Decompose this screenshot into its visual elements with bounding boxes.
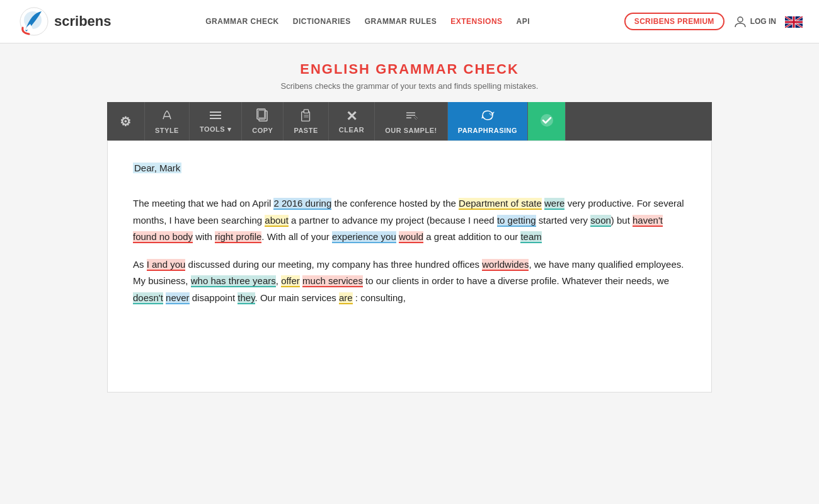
hl-who-has: who has three years <box>191 275 276 287</box>
paste-icon <box>300 108 312 124</box>
hl-never: never <box>166 292 190 304</box>
copy-icon <box>256 108 269 124</box>
hl-offer: offer <box>281 275 300 287</box>
paragraph-1: The meeting that we had on April 2 2016 … <box>133 195 686 245</box>
logo-text: scribens <box>54 13 112 30</box>
hl-to-getting: to getting <box>497 215 536 227</box>
nav-links: GRAMMAR CHECK DICTIONARIES GRAMMAR RULES… <box>130 17 605 26</box>
hl-doesnt: doesn't <box>133 292 163 304</box>
navbar: scribens GRAMMAR CHECK DICTIONARIES GRAM… <box>0 0 819 43</box>
hl-would: would <box>399 231 423 243</box>
user-icon <box>733 14 747 28</box>
paste-label: PASTE <box>294 127 318 134</box>
logo-icon <box>19 6 49 37</box>
hl-team: team <box>520 231 541 243</box>
copy-label: COPY <box>252 127 273 134</box>
hl-are: are <box>339 292 353 304</box>
style-label: STYLE <box>155 127 179 134</box>
salutation: Dear, Mark <box>133 160 686 176</box>
logo-link[interactable]: scribens <box>19 6 112 37</box>
clear-label: CLEAR <box>339 126 364 134</box>
clear-icon: ✕ <box>346 110 358 123</box>
toolbar-settings[interactable]: ⚙ <box>107 102 145 140</box>
dear-highlight: Dear, Mark <box>133 163 181 173</box>
tools-icon <box>209 110 222 123</box>
nav-grammar-rules[interactable]: GRAMMAR RULES <box>365 17 437 26</box>
nav-right: SCRIBENS PREMIUM LOG IN <box>624 13 800 30</box>
tools-label: TOOLS ▾ <box>200 125 231 134</box>
hl-about: about <box>265 215 289 227</box>
toolbar-copy[interactable]: COPY <box>242 102 284 140</box>
nav-extensions[interactable]: EXTENSIONS <box>450 17 502 26</box>
paraphrasing-icon <box>480 108 495 124</box>
sample-label: OUR SAMPLE! <box>385 127 437 134</box>
nav-dictionaries[interactable]: DICTIONARIES <box>293 17 351 26</box>
page-title: ENGLISH GRAMMAR CHECK <box>13 61 806 77</box>
flag-icon[interactable] <box>785 16 800 26</box>
hl-havent: haven't found no body <box>133 215 663 243</box>
page-subtitle: Scribens checks the grammar of your text… <box>13 81 806 91</box>
hl-worldwides: worldwides <box>482 259 529 271</box>
hl-much-services: much services <box>302 275 363 287</box>
editor[interactable]: Dear, Mark The meeting that we had on Ap… <box>107 140 712 392</box>
svg-rect-11 <box>304 110 308 113</box>
svg-point-2 <box>738 17 743 22</box>
toolbar: ⚙ STYLE TOOLS ▾ COPY <box>107 102 712 140</box>
toolbar-check[interactable] <box>528 102 566 140</box>
login-label: LOG IN <box>750 17 776 26</box>
hl-dept: Department of state <box>459 198 542 210</box>
toolbar-paste[interactable]: PASTE <box>284 102 328 140</box>
paragraph-2: As I and you discussed during our meetin… <box>133 256 686 306</box>
premium-button[interactable]: SCRIBENS PREMIUM <box>624 13 724 30</box>
title-prefix: ENGLISH <box>300 61 375 77</box>
hl-right-profile: right profile <box>215 231 261 243</box>
hl-i-and-you: I and you <box>147 259 186 271</box>
svg-rect-9 <box>258 110 265 118</box>
nav-api[interactable]: API <box>517 17 530 26</box>
check-icon <box>539 113 554 130</box>
login-button[interactable]: LOG IN <box>733 14 776 28</box>
hl-experience: experience you <box>332 231 396 243</box>
toolbar-style[interactable]: STYLE <box>145 102 190 140</box>
sample-icon <box>404 108 418 124</box>
toolbar-clear[interactable]: ✕ CLEAR <box>329 102 375 140</box>
toolbar-paraphrasing[interactable]: PARAPHRASING <box>448 102 528 140</box>
hl-date: 2 2016 during <box>273 198 331 210</box>
paraphrasing-label: PARAPHRASING <box>458 127 517 134</box>
toolbar-tools[interactable]: TOOLS ▾ <box>190 102 242 140</box>
nav-grammar-check[interactable]: GRAMMAR CHECK <box>205 17 279 26</box>
page-title-section: ENGLISH GRAMMAR CHECK Scribens checks th… <box>0 43 819 102</box>
settings-icon: ⚙ <box>120 115 132 128</box>
title-highlight: GRAMMAR CHECK <box>375 61 519 77</box>
style-icon <box>160 108 174 124</box>
hl-they: they <box>238 292 255 304</box>
hl-were: were <box>544 198 565 210</box>
hl-soon: soon <box>590 215 611 227</box>
toolbar-sample[interactable]: OUR SAMPLE! <box>375 102 448 140</box>
